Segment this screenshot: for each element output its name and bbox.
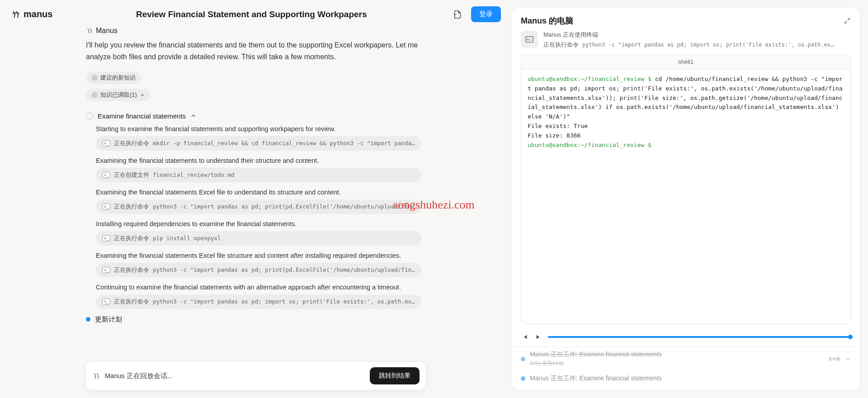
status-dot-icon	[86, 317, 90, 322]
file-icon	[453, 9, 462, 19]
command-label: 正在执行命令	[114, 139, 149, 147]
command-label: 正在执行命令	[114, 298, 149, 306]
agent-icon	[86, 27, 93, 34]
expand-icon	[844, 17, 851, 24]
terminal-tab[interactable]: shell1	[521, 55, 850, 69]
step-text: Examining the financial statements Excel…	[96, 189, 426, 196]
bottom-status-bar: Manus 正在回放会话... 跳转到结果	[86, 362, 426, 390]
command-box[interactable]: >_ 正在执行命令 pip install openpyxl	[96, 231, 421, 246]
terminal-icon: >_	[102, 298, 110, 305]
app-header: manus Review Financial Statement and Sup…	[0, 0, 512, 27]
command-label: 正在执行命令	[114, 234, 149, 242]
computer-panel-title: Manus 的电脑	[521, 15, 573, 26]
chip-dot-icon	[91, 75, 98, 81]
action-label: 正在执行命令	[543, 41, 579, 49]
task-row[interactable]: Manus 正在工作: Examine financial statements…	[521, 347, 851, 371]
terminal-icon: >_	[102, 267, 110, 273]
login-button[interactable]: 登录	[471, 6, 501, 22]
terminal-output[interactable]: ubuntu@sandbox:~/financial_review $ cd /…	[521, 69, 850, 323]
collapse-button[interactable]	[844, 356, 851, 362]
brand-logo[interactable]: manus	[11, 9, 52, 19]
task-dot-icon	[521, 376, 525, 381]
command-box[interactable]: >_ 正在执行命令 python3 -c "import pandas as p…	[96, 263, 421, 277]
task-title: Examine financial statements	[98, 112, 186, 120]
task-counter: 1 / 6	[829, 355, 840, 362]
command-code: python3 -c "import pandas as pd; import …	[153, 298, 415, 305]
manus-icon	[11, 9, 21, 19]
command-code: pip install openpyxl	[153, 235, 221, 242]
intro-text: I'll help you review the financial state…	[86, 39, 426, 63]
command-code: financial_review/todo.md	[153, 171, 235, 178]
agent-icon	[92, 372, 100, 380]
step-text: Examining the financial statements Excel…	[96, 252, 426, 259]
update-plan-label: 更新计划	[95, 315, 122, 324]
terminal-icon: >_	[102, 204, 110, 210]
command-label: 正在创建文件	[114, 171, 149, 179]
chip-knowledge-retrieved[interactable]: 知识已调取(1)	[86, 89, 151, 101]
skip-back-button[interactable]	[521, 333, 529, 341]
task-label: Manus 正在工作: Examine financial statements	[530, 374, 851, 383]
task-radio-icon	[86, 112, 93, 119]
command-box[interactable]: >_ 正在执行命令 python3 -c "import pandas as p…	[96, 199, 421, 214]
brand-name: manus	[24, 9, 52, 19]
step-text: Examining the financial statements to un…	[96, 157, 426, 164]
chevron-down-icon	[140, 92, 145, 98]
command-box[interactable]: >_ 正在创建文件 financial_review/todo.md	[96, 168, 421, 182]
conversation-content: Manus I'll help you review the financial…	[0, 27, 512, 398]
step-text: Installing required dependencies to exam…	[96, 220, 426, 227]
computer-panel: Manus 的电脑 Manus 正在使用终端 正在执行命令 python3 -c…	[512, 8, 860, 390]
task-list: Manus 正在工作: Examine financial statements…	[512, 346, 860, 390]
terminal-icon: >_	[102, 140, 110, 147]
command-label: 正在执行命令	[114, 266, 149, 274]
terminal-app-icon	[521, 31, 538, 48]
progress-bar[interactable]	[548, 336, 851, 338]
terminal-icon: >_	[102, 172, 110, 178]
terminal-icon: >_	[102, 235, 110, 242]
chip-suggested-knowledge[interactable]: 建议的新知识	[86, 71, 141, 84]
playback-controls	[512, 329, 860, 346]
update-plan-row: 更新计划	[86, 315, 426, 324]
terminal-window: shell1 ubuntu@sandbox:~/financial_review…	[521, 54, 851, 324]
chip-dot-icon	[91, 92, 98, 98]
action-code: python3 -c "import pandas as pd; import …	[582, 42, 835, 48]
command-label: 正在执行命令	[114, 203, 149, 211]
command-box[interactable]: >_ 正在执行命令 python3 -c "import pandas as p…	[96, 294, 421, 309]
jump-to-result-button[interactable]: 跳转到结果	[370, 367, 420, 384]
task-dot-icon	[521, 357, 525, 361]
chevron-up-icon	[190, 113, 197, 119]
expand-button[interactable]	[844, 17, 851, 24]
task-label: Manus 正在工作: Examine financial statements	[530, 351, 824, 359]
step-text: Continuing to examine the financial stat…	[96, 284, 426, 291]
current-action-row: Manus 正在使用终端 正在执行命令 python3 -c "import p…	[512, 31, 860, 54]
playback-status: Manus 正在回放会话...	[105, 372, 365, 380]
command-code: python3 -c "import pandas as pd; print(p…	[153, 266, 415, 273]
task-meta: 0:01 更新计划	[530, 360, 824, 367]
agent-name-row: Manus	[86, 27, 426, 35]
command-box[interactable]: >_ 正在执行命令 mkdir -p financial_review && c…	[96, 136, 421, 151]
command-code: mkdir -p financial_review && cd financia…	[153, 140, 415, 147]
file-icon-button[interactable]	[450, 7, 465, 22]
task-row[interactable]: Manus 正在工作: Examine financial statements	[521, 371, 851, 386]
command-code: python3 -c "import pandas as pd; print(p…	[153, 203, 415, 210]
step-text: Starting to examine the financial statem…	[96, 125, 426, 133]
skip-forward-button[interactable]	[534, 333, 542, 341]
agent-name-text: Manus	[96, 27, 118, 35]
page-title: Review Financial Statement and Supportin…	[52, 9, 450, 19]
action-line1: Manus 正在使用终端	[543, 31, 851, 39]
task-header[interactable]: Examine financial statements	[86, 112, 426, 120]
svg-rect-0	[526, 37, 533, 43]
